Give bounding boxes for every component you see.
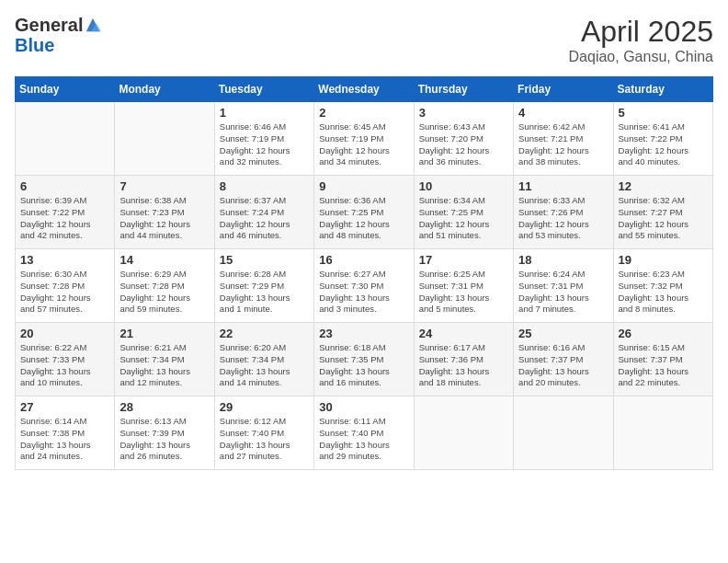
day-info: Sunrise: 6:17 AM Sunset: 7:36 PM Dayligh… [419,342,508,389]
logo-general: General [15,15,83,35]
day-info: Sunrise: 6:30 AM Sunset: 7:28 PM Dayligh… [20,269,109,316]
day-number: 22 [220,327,309,340]
calendar-header-row: SundayMondayTuesdayWednesdayThursdayFrid… [16,77,713,102]
day-number: 6 [20,179,109,193]
calendar-cell [115,102,214,176]
day-number: 3 [419,106,508,120]
day-number: 9 [319,179,408,193]
day-number: 21 [119,327,209,340]
calendar-cell: 14Sunrise: 6:29 AM Sunset: 7:28 PM Dayli… [115,249,214,323]
day-number: 15 [220,253,309,267]
day-number: 7 [119,179,209,193]
day-number: 24 [419,327,508,340]
day-info: Sunrise: 6:42 AM Sunset: 7:21 PM Dayligh… [518,121,608,168]
day-info: Sunrise: 6:23 AM Sunset: 7:32 PM Dayligh… [619,269,708,316]
day-info: Sunrise: 6:18 AM Sunset: 7:35 PM Dayligh… [319,342,408,389]
month-title: April 2025 [569,15,713,49]
day-number: 30 [319,400,408,414]
day-info: Sunrise: 6:25 AM Sunset: 7:31 PM Dayligh… [419,269,508,316]
day-info: Sunrise: 6:36 AM Sunset: 7:25 PM Dayligh… [319,195,408,242]
day-info: Sunrise: 6:41 AM Sunset: 7:22 PM Dayligh… [619,121,708,168]
day-number: 23 [319,327,408,340]
day-info: Sunrise: 6:37 AM Sunset: 7:24 PM Dayligh… [220,195,309,242]
day-info: Sunrise: 6:46 AM Sunset: 7:19 PM Dayligh… [220,121,309,168]
day-info: Sunrise: 6:38 AM Sunset: 7:23 PM Dayligh… [119,195,209,242]
day-info: Sunrise: 6:15 AM Sunset: 7:37 PM Dayligh… [619,342,708,389]
calendar-cell: 30Sunrise: 6:11 AM Sunset: 7:40 PM Dayli… [314,396,414,470]
day-number: 5 [619,106,708,120]
calendar-cell [613,396,712,470]
day-info: Sunrise: 6:21 AM Sunset: 7:34 PM Dayligh… [119,342,209,389]
calendar-week-row: 20Sunrise: 6:22 AM Sunset: 7:33 PM Dayli… [16,323,713,396]
calendar-cell: 21Sunrise: 6:21 AM Sunset: 7:34 PM Dayli… [115,323,214,396]
day-number: 19 [619,253,708,267]
day-info: Sunrise: 6:29 AM Sunset: 7:28 PM Dayligh… [119,269,209,316]
day-info: Sunrise: 6:14 AM Sunset: 7:38 PM Dayligh… [20,416,109,463]
day-number: 10 [419,179,508,193]
calendar-cell: 22Sunrise: 6:20 AM Sunset: 7:34 PM Dayli… [214,323,313,396]
day-number: 1 [220,106,309,120]
calendar-cell: 26Sunrise: 6:15 AM Sunset: 7:37 PM Dayli… [613,323,712,396]
day-info: Sunrise: 6:12 AM Sunset: 7:40 PM Dayligh… [220,416,309,463]
day-header-wednesday: Wednesday [314,77,414,102]
logo: General Blue [15,15,101,55]
calendar-cell: 6Sunrise: 6:39 AM Sunset: 7:22 PM Daylig… [16,176,115,249]
calendar-cell [514,396,613,470]
calendar-cell: 23Sunrise: 6:18 AM Sunset: 7:35 PM Dayli… [314,323,414,396]
location-title: Daqiao, Gansu, China [569,49,713,65]
day-number: 13 [20,253,109,267]
day-number: 4 [518,106,608,120]
calendar-week-row: 6Sunrise: 6:39 AM Sunset: 7:22 PM Daylig… [16,176,713,249]
day-number: 17 [419,253,508,267]
calendar-cell: 24Sunrise: 6:17 AM Sunset: 7:36 PM Dayli… [414,323,513,396]
calendar-cell [414,396,513,470]
calendar-cell: 28Sunrise: 6:13 AM Sunset: 7:39 PM Dayli… [115,396,214,470]
calendar-cell: 12Sunrise: 6:32 AM Sunset: 7:27 PM Dayli… [613,176,712,249]
calendar-cell: 29Sunrise: 6:12 AM Sunset: 7:40 PM Dayli… [214,396,313,470]
title-area: April 2025 Daqiao, Gansu, China [569,15,713,65]
day-number: 25 [518,327,608,340]
day-number: 29 [220,400,309,414]
calendar-cell: 27Sunrise: 6:14 AM Sunset: 7:38 PM Dayli… [16,396,115,470]
calendar-cell: 2Sunrise: 6:45 AM Sunset: 7:19 PM Daylig… [314,102,414,176]
calendar-cell: 11Sunrise: 6:33 AM Sunset: 7:26 PM Dayli… [514,176,613,249]
calendar-cell: 20Sunrise: 6:22 AM Sunset: 7:33 PM Dayli… [16,323,115,396]
day-number: 2 [319,106,408,120]
calendar-cell [16,102,115,176]
day-number: 8 [220,179,309,193]
day-info: Sunrise: 6:43 AM Sunset: 7:20 PM Dayligh… [419,121,508,168]
calendar-cell: 18Sunrise: 6:24 AM Sunset: 7:31 PM Dayli… [514,249,613,323]
calendar-cell: 10Sunrise: 6:34 AM Sunset: 7:25 PM Dayli… [414,176,513,249]
calendar-cell: 5Sunrise: 6:41 AM Sunset: 7:22 PM Daylig… [613,102,712,176]
day-info: Sunrise: 6:11 AM Sunset: 7:40 PM Dayligh… [319,416,408,463]
calendar-cell: 7Sunrise: 6:38 AM Sunset: 7:23 PM Daylig… [115,176,214,249]
calendar-cell: 3Sunrise: 6:43 AM Sunset: 7:20 PM Daylig… [414,102,513,176]
calendar-cell: 17Sunrise: 6:25 AM Sunset: 7:31 PM Dayli… [414,249,513,323]
day-header-friday: Friday [514,77,613,102]
calendar-cell: 16Sunrise: 6:27 AM Sunset: 7:30 PM Dayli… [314,249,414,323]
day-number: 16 [319,253,408,267]
calendar-cell: 15Sunrise: 6:28 AM Sunset: 7:29 PM Dayli… [214,249,313,323]
calendar-cell: 25Sunrise: 6:16 AM Sunset: 7:37 PM Dayli… [514,323,613,396]
day-number: 26 [619,327,708,340]
calendar-cell: 9Sunrise: 6:36 AM Sunset: 7:25 PM Daylig… [314,176,414,249]
page-header: General Blue April 2025 Daqiao, Gansu, C… [15,15,713,65]
day-info: Sunrise: 6:24 AM Sunset: 7:31 PM Dayligh… [518,269,608,316]
day-number: 14 [119,253,209,267]
calendar-week-row: 27Sunrise: 6:14 AM Sunset: 7:38 PM Dayli… [16,396,713,470]
day-info: Sunrise: 6:45 AM Sunset: 7:19 PM Dayligh… [319,121,408,168]
calendar-cell: 19Sunrise: 6:23 AM Sunset: 7:32 PM Dayli… [613,249,712,323]
day-info: Sunrise: 6:20 AM Sunset: 7:34 PM Dayligh… [220,342,309,389]
day-header-tuesday: Tuesday [214,77,313,102]
calendar-cell: 13Sunrise: 6:30 AM Sunset: 7:28 PM Dayli… [16,249,115,323]
calendar-cell: 8Sunrise: 6:37 AM Sunset: 7:24 PM Daylig… [214,176,313,249]
day-number: 27 [20,400,109,414]
day-info: Sunrise: 6:13 AM Sunset: 7:39 PM Dayligh… [119,416,209,463]
calendar-week-row: 13Sunrise: 6:30 AM Sunset: 7:28 PM Dayli… [16,249,713,323]
day-info: Sunrise: 6:22 AM Sunset: 7:33 PM Dayligh… [20,342,109,389]
day-number: 20 [20,327,109,340]
calendar-cell: 1Sunrise: 6:46 AM Sunset: 7:19 PM Daylig… [214,102,313,176]
day-number: 12 [619,179,708,193]
day-info: Sunrise: 6:16 AM Sunset: 7:37 PM Dayligh… [518,342,608,389]
calendar-week-row: 1Sunrise: 6:46 AM Sunset: 7:19 PM Daylig… [16,102,713,176]
